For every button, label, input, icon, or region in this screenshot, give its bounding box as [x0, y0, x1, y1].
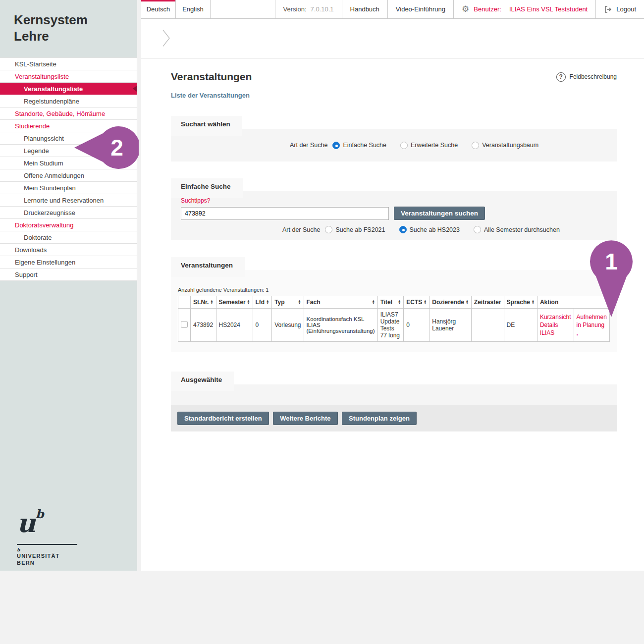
search-input[interactable]	[181, 207, 389, 220]
cell-fach: Koordinationsfach KSL ILIAS (Einführungs…	[304, 309, 377, 342]
video-einfuehrung-link[interactable]: Video-Einführung	[387, 0, 453, 18]
sidebar-item-druckerzeugnisse[interactable]: Druckerzeugnisse	[0, 207, 137, 219]
header-typ[interactable]: Typ▲▼	[272, 296, 304, 309]
breadcrumb: Home Veranstaltungen	[141, 19, 644, 59]
sidebar-item-support[interactable]: Support	[0, 268, 137, 281]
header-checkbox	[178, 296, 191, 309]
radio-selected-icon	[332, 142, 340, 149]
language-tab-english[interactable]: English	[176, 0, 211, 18]
svg-text:1: 1	[605, 249, 618, 274]
sidebar-header: Kernsystem Lehre	[0, 0, 137, 57]
section-title-suchart: Suchart wählen	[171, 116, 242, 136]
header-semester[interactable]: Semester▲▼	[216, 296, 253, 309]
svg-text:2: 2	[110, 135, 123, 161]
section-ausgewaehlte: Ausgewählte Standardbericht erstellen We…	[171, 372, 617, 431]
sidebar-item-offene-anmeldungen[interactable]: Offene Anmeldungen	[0, 169, 137, 182]
suchart-radio-group: Art der Suche Einfache Suche Erweiterte …	[290, 142, 552, 149]
result-count: Anzahl gefundene Veranstaltungen: 1	[178, 287, 610, 293]
logout-icon	[604, 5, 612, 13]
liste-der-veranstaltungen-link[interactable]: Liste der Veranstaltungen	[171, 92, 617, 99]
main-area: Deutsch English Version: 7.0.10.1 Handbu…	[141, 0, 644, 571]
results-table: St.Nr.▲▼ Semester▲▼ Lfd▲▼ Typ▲▼ Fach▲▼ T…	[178, 296, 610, 342]
breadcrumb-chevron-icon	[162, 30, 171, 47]
user-label: Benutzer:	[474, 5, 501, 13]
header-zeitraster: Zeitraster	[471, 296, 504, 309]
section-title-ausgewaehlte: Ausgewählte	[171, 372, 234, 391]
radio-veranstaltungsbaum[interactable]: Veranstaltungsbaum	[472, 142, 538, 149]
radio-einfache-suche[interactable]: Einfache Suche	[332, 142, 386, 149]
sidebar-item-veranstaltungsliste-group[interactable]: Veranstaltungsliste	[0, 70, 137, 83]
sidebar-item-mein-stundenplan[interactable]: Mein Stundenplan	[0, 182, 137, 194]
sidebar-item-eigene-einstellungen[interactable]: Eigene Einstellungen	[0, 256, 137, 268]
radio-erweiterte-suche[interactable]: Erweiterte Suche	[400, 142, 458, 149]
user-name-link[interactable]: ILIAS Eins VSL Teststudent	[509, 5, 588, 13]
row-checkbox[interactable]	[181, 321, 188, 328]
cell-stnr: 473892	[191, 309, 216, 342]
weitere-berichte-button[interactable]: Weitere Berichte	[273, 412, 337, 425]
stundenplan-zeigen-button[interactable]: Stundenplan zeigen	[342, 412, 417, 425]
cell-ects: 0	[404, 309, 429, 342]
table-row: 473892 HS2024 0 Vorlesung Koordinationsf…	[178, 309, 610, 342]
page: Kernsystem Lehre KSL-Startseite Veransta…	[0, 0, 644, 644]
version-info: Version: 7.0.10.1	[275, 0, 342, 18]
active-item-arrow-icon	[133, 86, 137, 92]
university-bern-logo: ub b UNIVERSITÄT BERN	[17, 501, 77, 566]
page-footer-area	[0, 571, 644, 644]
sidebar: Kernsystem Lehre KSL-Startseite Veransta…	[0, 0, 137, 571]
feldbeschreibung-link[interactable]: ? Feldbeschreibung	[556, 72, 617, 82]
radio-suche-ab-fs2021[interactable]: Suche ab FS2021	[325, 226, 385, 233]
page-title: Veranstaltungen	[171, 71, 252, 83]
app-title: Kernsystem Lehre	[14, 12, 137, 45]
app-title-line2: Lehre	[14, 29, 49, 44]
header-stnr[interactable]: St.Nr.▲▼	[191, 296, 216, 309]
sort-icon: ▲▼	[298, 300, 301, 305]
header-fach[interactable]: Fach▲▼	[304, 296, 377, 309]
veranstaltungen-suchen-button[interactable]: Veranstaltungen suchen	[394, 207, 485, 220]
radio-alle-semester[interactable]: Alle Semester durchsuchen	[474, 226, 560, 233]
version-number: 7.0.10.1	[311, 5, 334, 13]
topbar-spacer	[211, 0, 275, 18]
section-title-einfache-suche: Einfache Suche	[171, 178, 243, 198]
content: Veranstaltungen ? Feldbeschreibung Liste…	[141, 59, 644, 431]
standardbericht-erstellen-button[interactable]: Standardbericht erstellen	[177, 412, 269, 425]
sidebar-item-standorte[interactable]: Standorte, Gebäude, Hörräume	[0, 107, 137, 120]
cell-zeitraster	[471, 309, 504, 342]
sidebar-item-downloads[interactable]: Downloads	[0, 244, 137, 256]
radio-suche-ab-hs2023[interactable]: Suche ab HS2023	[399, 226, 460, 233]
radio-unselected-icon	[400, 142, 408, 149]
sidebar-item-doktorate[interactable]: Doktorate	[0, 231, 137, 244]
cell-dozierende: Hansjörg Lauener	[429, 309, 472, 342]
header-titel[interactable]: Titel▲▼	[377, 296, 404, 309]
sidebar-item-doktoratsverwaltung[interactable]: Doktoratsverwaltung	[0, 219, 137, 231]
header-dozierende[interactable]: Dozierende▲▼	[429, 296, 472, 309]
sidebar-item-ksl-startseite[interactable]: KSL-Startseite	[0, 58, 137, 70]
kurzansicht-link[interactable]: Kurzansicht	[540, 313, 571, 321]
sidebar-item-lernorte[interactable]: Lernorte und Reservationen	[0, 194, 137, 207]
sort-icon: ▲▼	[398, 300, 401, 305]
radio-unselected-icon	[325, 226, 332, 233]
details-link[interactable]: Details	[540, 321, 571, 329]
language-tab-deutsch[interactable]: Deutsch	[141, 0, 176, 18]
header-ects[interactable]: ECTS▲▼	[404, 296, 429, 309]
sidebar-item-regelstundenplaene[interactable]: Regelstundenpläne	[0, 95, 137, 107]
cell-aktion: Kurzansicht Details ILIAS	[537, 309, 574, 342]
sort-icon: ▲▼	[372, 300, 375, 305]
sort-icon: ▲▼	[424, 300, 427, 305]
sort-icon: ▲▼	[532, 300, 535, 305]
sort-icon: ▲▼	[466, 300, 469, 305]
cell-typ: Vorlesung	[272, 309, 304, 342]
header-sprache[interactable]: Sprache▲▼	[504, 296, 537, 309]
cell-sprache: DE	[504, 309, 537, 342]
ilias-link[interactable]: ILIAS	[540, 329, 571, 337]
annotation-marker-2: 2	[73, 126, 139, 169]
annotation-marker-1: 1	[590, 239, 633, 319]
logout-button[interactable]: Logout	[595, 0, 644, 18]
gear-icon[interactable]: ⚙	[462, 4, 469, 14]
cell-titel: ILIAS7 Update Tests 77 long	[377, 309, 404, 342]
handbuch-link[interactable]: Handbuch	[342, 0, 387, 18]
radio-unselected-icon	[472, 142, 479, 149]
report-button-bar: Standardbericht erstellen Weitere Berich…	[171, 405, 617, 431]
suchtipps-link[interactable]: Suchtipps?	[181, 197, 617, 204]
sidebar-item-veranstaltungsliste[interactable]: Veranstaltungsliste	[0, 83, 137, 95]
header-lfd[interactable]: Lfd▲▼	[253, 296, 272, 309]
